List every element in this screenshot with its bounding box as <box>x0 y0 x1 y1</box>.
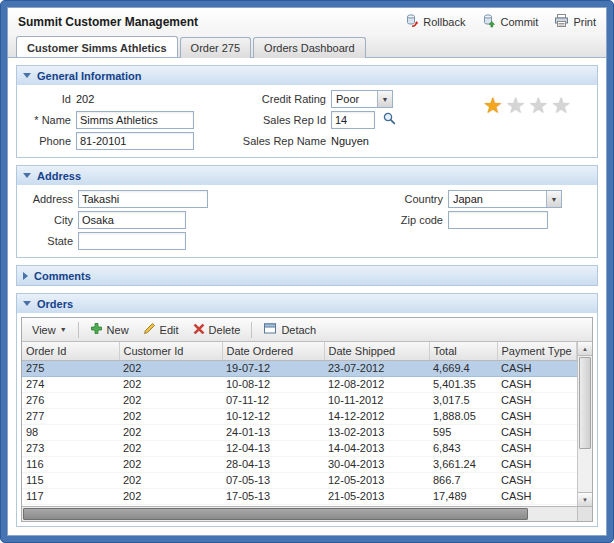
tab-customer[interactable]: Customer Simms Athletics <box>16 36 178 57</box>
table-cell: 1,888.05 <box>429 408 497 424</box>
column-header[interactable]: Customer Id <box>119 342 222 360</box>
table-cell: 277 <box>22 408 119 424</box>
table-cell: 10-11-2012 <box>324 392 429 408</box>
comments-section-header[interactable]: Comments <box>17 266 597 285</box>
table-row[interactable]: 27520219-07-1223-07-20124,669.4CASH <box>22 360 577 376</box>
print-button[interactable]: Print <box>554 13 596 30</box>
table-cell: 866.7 <box>429 472 497 488</box>
table-cell: 14-12-2012 <box>324 408 429 424</box>
table-cell: 276 <box>22 392 119 408</box>
horizontal-scroll-track[interactable] <box>22 507 577 521</box>
table-header-row: Order IdCustomer IdDate OrderedDate Ship… <box>22 342 577 360</box>
search-icon <box>382 111 396 129</box>
address-input[interactable] <box>78 190 208 208</box>
table-cell: 202 <box>119 472 222 488</box>
table-cell: 202 <box>119 440 222 456</box>
app-inner: Summit Customer Management Rollback <box>7 7 607 536</box>
column-header[interactable]: Total <box>429 342 497 360</box>
table-cell: 3,661.24 <box>429 456 497 472</box>
table-cell: 30-04-2013 <box>324 456 429 472</box>
vertical-scroll-thumb[interactable] <box>579 357 591 449</box>
toolbar-separator <box>251 322 252 338</box>
vertical-scrollbar[interactable]: ▲ ▼ <box>577 342 592 506</box>
chevron-down-icon: ▼ <box>377 91 392 107</box>
tab-orders-dashboard[interactable]: Orders Dashboard <box>253 37 366 58</box>
zip-code-input[interactable] <box>448 211 548 229</box>
state-input[interactable] <box>78 232 186 250</box>
address-section-header[interactable]: Address <box>17 166 597 185</box>
table-cell: 21-05-2013 <box>324 488 429 504</box>
edit-button[interactable]: Edit <box>138 320 184 339</box>
table-cell: CASH <box>497 488 577 504</box>
address-section-body: Address City State <box>17 185 597 257</box>
rollback-button[interactable]: Rollback <box>404 13 465 30</box>
star-icon[interactable]: ★ <box>528 96 548 116</box>
tab-order[interactable]: Order 275 <box>180 37 252 58</box>
new-button[interactable]: New <box>85 320 134 339</box>
table-row[interactable]: 27720210-12-1214-12-20121,888.05CASH <box>22 408 577 424</box>
table-row[interactable]: 11620228-04-1330-04-20133,661.24CASH <box>22 456 577 472</box>
table-cell: 98 <box>22 424 119 440</box>
star-icon[interactable]: ★ <box>483 96 503 116</box>
country-select[interactable]: Japan ▼ <box>448 190 562 208</box>
credit-rating-label: Credit Rating <box>240 93 326 105</box>
orders-section-header[interactable]: Orders <box>17 294 597 313</box>
scrollbar-corner <box>577 507 592 521</box>
print-icon <box>554 13 569 30</box>
commit-icon <box>481 13 496 30</box>
column-header[interactable]: Order Id <box>22 342 119 360</box>
sales-rep-id-label: Sales Rep Id <box>240 114 326 126</box>
delete-x-icon <box>193 323 205 337</box>
table-cell: 13-02-2013 <box>324 424 429 440</box>
sales-rep-name-label: Sales Rep Name <box>240 135 326 147</box>
scroll-down-button[interactable]: ▼ <box>578 492 592 506</box>
view-menu-button[interactable]: View ▼ <box>27 322 72 338</box>
table-row[interactable]: 11720217-05-1321-05-201317,489CASH <box>22 488 577 504</box>
content-area: General Information Id 202 * Name P <box>8 58 606 535</box>
general-section-header[interactable]: General Information <box>17 66 597 85</box>
id-value: 202 <box>76 93 94 105</box>
horizontal-scrollbar[interactable] <box>22 506 592 521</box>
column-header[interactable]: Date Ordered <box>222 342 324 360</box>
table-row[interactable]: 27320212-04-1314-04-20136,843CASH <box>22 440 577 456</box>
star-icon[interactable]: ★ <box>506 96 526 116</box>
sales-rep-id-input[interactable] <box>331 111 375 129</box>
table-cell: 274 <box>22 376 119 392</box>
table-row[interactable]: 9820224-01-1313-02-2013595CASH <box>22 424 577 440</box>
disclosure-expanded-icon <box>23 73 31 78</box>
commit-button[interactable]: Commit <box>481 13 538 30</box>
horizontal-scroll-thumb[interactable] <box>23 508 528 520</box>
credit-rating-select[interactable]: Poor ▼ <box>331 90 393 108</box>
star-icon[interactable]: ★ <box>551 96 571 116</box>
table-row[interactable]: 27620207-11-1210-11-20123,017.5CASH <box>22 392 577 408</box>
table-row[interactable]: 11520207-05-1312-05-2013866.7CASH <box>22 472 577 488</box>
delete-button[interactable]: Delete <box>188 321 246 339</box>
city-input[interactable] <box>78 211 186 229</box>
name-label: * Name <box>25 114 71 126</box>
table-row[interactable]: 27420210-08-1212-08-20125,401.35CASH <box>22 376 577 392</box>
scroll-up-button[interactable]: ▲ <box>578 342 592 356</box>
address-section-title: Address <box>37 170 81 182</box>
table-cell: 202 <box>119 392 222 408</box>
table-cell: 115 <box>22 472 119 488</box>
tab-strip: Customer Simms Athletics Order 275 Order… <box>8 33 606 58</box>
table-cell: 117 <box>22 488 119 504</box>
phone-input[interactable] <box>76 132 194 150</box>
column-header[interactable]: Date Shipped <box>324 342 429 360</box>
name-input[interactable] <box>76 111 194 129</box>
view-menu-label: View <box>32 324 56 336</box>
table-cell: 23-07-2012 <box>324 360 429 376</box>
vertical-scroll-track[interactable] <box>578 356 592 492</box>
orders-toolbar: View ▼ New <box>22 318 592 342</box>
table-cell: CASH <box>497 472 577 488</box>
table-cell: 202 <box>119 424 222 440</box>
section-orders: Orders View ▼ New <box>16 293 598 527</box>
edit-label: Edit <box>160 324 179 336</box>
sales-rep-lookup-button[interactable] <box>380 111 398 129</box>
detach-button[interactable]: Detach <box>258 320 321 339</box>
credit-rating-value: Poor <box>332 91 377 107</box>
column-header[interactable]: Payment Type <box>497 342 577 360</box>
table-cell: 273 <box>22 440 119 456</box>
section-general: General Information Id 202 * Name P <box>16 65 598 158</box>
rollback-icon <box>404 13 419 30</box>
